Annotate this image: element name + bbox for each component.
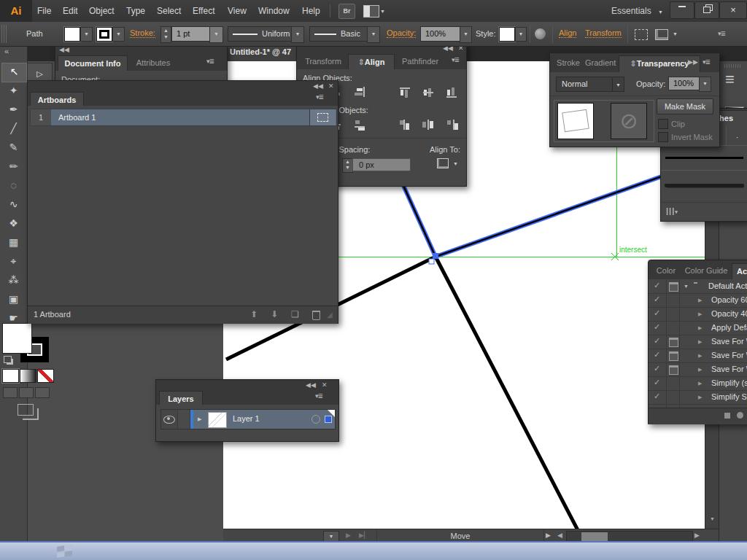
menu-object[interactable]: Object <box>86 0 117 22</box>
collapse-icons[interactable]: ◀◀ <box>313 82 323 90</box>
more-options-caret-icon[interactable]: ▼ <box>673 31 678 36</box>
expand-arrow-icon[interactable]: ▶ <box>698 339 702 345</box>
distribute-bottom-icon[interactable] <box>352 117 367 131</box>
brush-swatch-charcoal[interactable] <box>661 171 747 201</box>
brush-swatch[interactable]: · <box>727 126 747 146</box>
artboard-nav-prev-icon[interactable]: ▶ <box>346 532 351 539</box>
invert-mask-checkbox[interactable] <box>658 132 668 142</box>
close-icon[interactable]: ✕ <box>328 82 334 90</box>
brush-definition-caret[interactable]: ▼ <box>367 26 380 43</box>
transform-panel-link[interactable]: Transform <box>585 28 622 38</box>
check-icon[interactable]: ✓ <box>654 336 660 346</box>
windows-start-icon[interactable] <box>57 545 76 559</box>
tab-attributes[interactable]: Attributes <box>128 55 179 71</box>
tab-align[interactable]: ⇕Align <box>348 54 395 69</box>
lock-cell[interactable] <box>178 410 190 429</box>
tab-stroke[interactable]: Stroke <box>553 55 584 72</box>
symbol-sprayer-tool[interactable]: ⁂ <box>1 271 26 289</box>
stroke-panel-link[interactable]: Stroke: <box>130 28 155 38</box>
stroke-panel-icon[interactable]: ≡ <box>725 70 735 89</box>
menu-type[interactable]: Type <box>123 0 148 22</box>
h-scroll-left-arrow[interactable]: ◀ <box>557 532 562 539</box>
layer-row[interactable]: ▶ Layer 1 <box>160 409 336 429</box>
distribute-h-center-icon[interactable] <box>421 117 436 131</box>
clip-checkbox[interactable] <box>658 119 668 129</box>
expand-arrow-icon[interactable]: ▶ <box>698 381 702 386</box>
layers-menu-icon[interactable]: ▾≣ <box>315 392 322 400</box>
resize-grip-icon[interactable]: ◢ <box>327 311 333 319</box>
check-icon[interactable]: ✓ <box>654 350 660 359</box>
selection-tool[interactable]: ↖ <box>1 63 27 82</box>
action-row[interactable]: ✓ ▶ Simplify Str <box>649 390 747 405</box>
draw-inside-mode-icon[interactable] <box>35 387 50 398</box>
status-menu-arrow[interactable]: ▶ <box>546 532 551 539</box>
expand-arrow-icon[interactable]: ▶ <box>698 353 702 359</box>
stroke-weight-field[interactable]: 1 pt <box>171 26 214 42</box>
action-row[interactable]: ✓ ▶ Save For W <box>649 362 747 377</box>
align-right-icon[interactable] <box>352 85 367 98</box>
align-panel-link[interactable]: Align <box>559 28 576 38</box>
menu-view[interactable]: View <box>225 0 249 22</box>
h-scroll-right-arrow[interactable]: ▶ <box>694 532 700 539</box>
action-set-row[interactable]: ✓ ▼ Default Act <box>649 279 747 294</box>
eyedropper-tool[interactable]: ⌖ <box>1 252 26 271</box>
mask-thumbnail[interactable]: ⊘ <box>611 103 647 139</box>
width-profile-dropdown[interactable]: Uniform <box>228 26 292 42</box>
draw-behind-mode-icon[interactable] <box>19 387 34 398</box>
dock-grip[interactable] <box>724 64 742 68</box>
tab-transform[interactable]: Transform <box>300 54 347 69</box>
spacing-stepper[interactable]: ▲▼ <box>342 158 353 173</box>
tab-actions[interactable]: Actions <box>732 263 747 279</box>
tab-document-info[interactable]: Document Info <box>58 55 128 71</box>
collapse-panel-icon[interactable]: « <box>4 47 9 55</box>
collapse-icons[interactable]: ◀◀ <box>306 381 316 389</box>
tab-layers[interactable]: Layers <box>159 391 203 405</box>
align-to-dropdown[interactable]: ▼ <box>436 157 462 171</box>
document-setup-icon[interactable] <box>535 28 546 39</box>
dialog-toggle-icon[interactable] <box>669 338 678 347</box>
tab-artboards[interactable]: Artboards <box>30 92 84 106</box>
tab-gradient[interactable]: Gradient <box>585 55 617 72</box>
transparency-opacity-field[interactable]: 100% <box>668 77 703 90</box>
new-artboard-icon[interactable]: ❏ <box>291 309 299 319</box>
tab-pathfinder[interactable]: Pathfinder <box>395 54 446 69</box>
artboard-tool[interactable]: ▣ <box>1 290 26 308</box>
restore-button[interactable] <box>694 1 719 19</box>
menu-help[interactable]: Help <box>299 0 323 22</box>
close-icon[interactable]: ✕ <box>322 381 328 389</box>
workspace-caret-icon[interactable]: ▼ <box>658 9 663 15</box>
screen-mode-icon[interactable] <box>18 404 34 416</box>
scroll-down-arrow[interactable]: ▼ <box>710 516 715 521</box>
artboards-menu-icon[interactable]: ▾≣ <box>316 93 323 101</box>
arrange-documents-caret-icon[interactable]: ▼ <box>380 9 385 14</box>
color-button[interactable] <box>2 369 19 383</box>
align-panel-menu-icon[interactable]: ▾≣ <box>452 56 459 63</box>
align-bottom-icon[interactable] <box>444 85 459 98</box>
width-tool[interactable]: ∿ <box>1 195 26 214</box>
opacity-field[interactable]: 100% <box>420 26 464 42</box>
distribute-left-icon[interactable] <box>398 117 412 131</box>
expand-arrow-icon[interactable]: ▶ <box>698 325 702 331</box>
tab-color[interactable]: Color <box>651 263 681 279</box>
stroke-color-caret[interactable]: ▼ <box>112 27 125 42</box>
delete-artboard-icon[interactable] <box>312 311 320 320</box>
swap-fill-stroke-icon[interactable] <box>4 356 12 363</box>
bounding-box-icon[interactable] <box>635 29 648 40</box>
dialog-toggle-icon[interactable] <box>669 351 678 361</box>
check-icon[interactable]: ✓ <box>654 378 660 387</box>
check-icon[interactable]: ✓ <box>654 308 660 318</box>
align-top-icon[interactable] <box>398 85 412 98</box>
distribute-right-icon[interactable] <box>444 117 459 131</box>
expand-icons[interactable]: ▶▶ <box>688 58 698 66</box>
style-swatch[interactable] <box>499 27 515 42</box>
fill-swatch-indicator[interactable] <box>2 323 32 354</box>
artboard-name[interactable]: Artboard 1 <box>58 109 96 125</box>
control-panel-menu-icon[interactable]: ▾≣ <box>718 30 725 37</box>
line-segment-tool[interactable]: ╱ <box>1 120 26 138</box>
bridge-icon[interactable]: Br <box>338 4 355 19</box>
align-v-center-icon[interactable] <box>421 85 436 98</box>
menu-edit[interactable]: Edit <box>60 0 81 22</box>
draw-normal-mode-icon[interactable] <box>3 387 18 398</box>
visibility-cell[interactable] <box>161 410 178 429</box>
layer-thumbnail[interactable] <box>208 412 227 428</box>
